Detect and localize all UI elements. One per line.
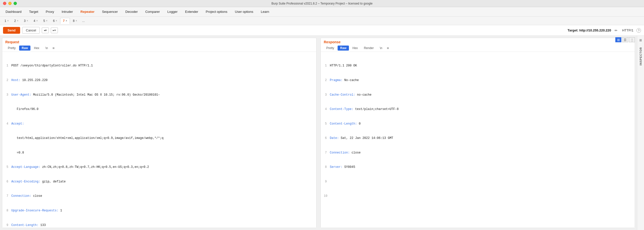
response-line-1: 1 HTTP/1.1 200 OK [324,63,632,68]
main-content: ⊞ ☰ ⋮ Request Pretty Raw Hex \n ≡ 1 POST… [0,36,644,230]
request-tab-pretty[interactable]: Pretty [5,46,18,51]
response-line-10: 10 [324,194,632,199]
close-button[interactable] [3,2,6,5]
send-button[interactable]: Send [3,27,20,34]
response-line-2: 2 Pragma: No-cache [324,78,632,83]
tab-5[interactable]: 5 × [41,18,50,24]
response-tab-pretty[interactable]: Pretty [324,46,337,51]
help-icon[interactable]: ? [636,28,641,33]
request-panel-title: Request [5,40,313,44]
view-split-icon[interactable]: ⊞ [615,37,621,42]
response-tab-menu[interactable]: ≡ [387,46,389,50]
menu-target[interactable]: Target [26,9,42,15]
response-line-7: 7 Connection: close [324,150,632,155]
tabs-row: 1 × 2 × 3 × 4 × 5 × 6 × 7 × 8 × ... [0,17,644,25]
panels-container: Request Pretty Raw Hex \n ≡ 1 POST /seey… [0,36,637,230]
menu-logger[interactable]: Logger [164,9,181,15]
response-tab-render[interactable]: Render [361,46,376,51]
tab-1-close[interactable]: × [7,19,9,22]
tab-8[interactable]: 8 × [70,18,80,24]
menu-project-options[interactable]: Project options [202,9,231,15]
request-line-3: 3 User-Agent: Mozilla/5.0 (Macintosh; In… [5,93,313,97]
request-line-7: 7 Connection: close [5,194,313,199]
request-panel-header: Request Pretty Raw Hex \n ≡ [2,38,316,52]
response-panel: Response Pretty Raw Hex Render \n ≡ 1 HT… [320,38,635,228]
request-line-3b: Firefox/96.0 [5,107,313,112]
response-panel-title: Response [324,40,632,44]
tab-3[interactable]: 3 × [21,18,31,24]
tab-4-close[interactable]: × [36,19,38,22]
tab-2-close[interactable]: × [17,19,18,22]
cancel-button[interactable]: Cancel [22,27,40,34]
nav-forward-button[interactable]: ▸▾ [51,27,58,33]
menu-proxy[interactable]: Proxy [42,9,58,15]
nav-back-button[interactable]: ◂▾ [42,27,49,33]
request-line-6: 6 Accept-Encoding: gzip, deflate [5,179,313,184]
tab-2[interactable]: 2 × [12,18,21,24]
tab-5-close[interactable]: × [46,19,48,22]
menu-bar: Dashboard Target Proxy Intruder Repeater… [0,7,644,17]
inspector-sidebar: ≡ INSPECTOR [637,36,644,230]
view-vertical-icon[interactable]: ⋮ [629,37,635,42]
tab-8-close[interactable]: × [75,19,77,22]
response-line-5: 5 Content-Length: 0 [324,122,632,126]
view-horizontal-icon[interactable]: ☰ [622,37,628,42]
response-code-area: 1 HTTP/1.1 200 OK 2 Pragma: No-cache 3 C… [321,52,635,228]
menu-sequencer[interactable]: Sequencer [98,9,121,15]
request-line-4: 4 Accept: [5,122,313,126]
tab-7[interactable]: 7 × [60,18,70,24]
menu-learn[interactable]: Learn [257,9,273,15]
tab-3-close[interactable]: × [27,19,28,22]
tab-1-label: 1 [5,19,6,23]
menu-comparer[interactable]: Comparer [142,9,163,15]
menu-extender[interactable]: Extender [182,9,202,15]
title-bar: Burp Suite Professional v2021.8.2 – Temp… [0,0,644,7]
response-panel-header: Response Pretty Raw Hex Render \n ≡ [321,38,635,52]
menu-decoder[interactable]: Decoder [122,9,141,15]
tab-6[interactable]: 6 × [51,18,60,24]
request-line-4b: text/html,application/xhtml+xml,applicat… [5,136,313,141]
inspector-label: INSPECTOR [639,47,642,65]
request-tab-raw[interactable]: Raw [19,46,30,51]
menu-intruder[interactable]: Intruder [58,9,76,15]
menu-user-options[interactable]: User options [231,9,257,15]
window-title: Burp Suite Professional v2021.8.2 – Temp… [271,2,373,5]
maximize-button[interactable] [14,2,17,5]
response-line-3: 3 Cache-Control: no-cache [324,93,632,97]
response-tab-newline[interactable]: \n [377,46,385,51]
request-line-1: 1 POST /seeyon/thirdpartyController.do H… [5,63,313,68]
tab-5-label: 5 [43,19,45,23]
tab-6-label: 6 [53,19,55,23]
request-line-8: 8 Upgrade-Insecure-Requests: 1 [5,208,313,213]
request-line-4c: =0.8 [5,150,313,155]
inspector-menu-icon[interactable]: ≡ [639,38,642,43]
tab-1[interactable]: 1 × [2,18,11,24]
menu-repeater[interactable]: Repeater [77,9,98,15]
tab-6-close[interactable]: × [56,19,57,22]
tab-8-label: 8 [73,19,75,23]
tab-2-label: 2 [14,19,16,23]
response-line-9: 9 [324,179,632,184]
response-line-6: 6 Date: Sat, 22 Jan 2022 14:06:13 GMT [324,136,632,141]
response-line-4: 4 Content-Type: text/plain;charset=UTF-8 [324,107,632,112]
tab-4[interactable]: 4 × [31,18,41,24]
response-tab-raw[interactable]: Raw [338,46,349,51]
response-line-8: 8 Server: SY8045 [324,165,632,170]
tab-3-label: 3 [24,19,26,23]
request-line-2: 2 Host: 10.255.220.220 [5,78,313,83]
request-tab-newline[interactable]: \n [43,46,50,51]
request-line-9: 9 Content-Length: 133 [5,223,313,228]
request-panel-tabs: Pretty Raw Hex \n ≡ [5,46,313,51]
edit-target-icon[interactable]: ✏ [615,28,618,32]
tab-4-label: 4 [34,19,35,23]
request-tab-menu[interactable]: ≡ [52,46,54,50]
response-tab-hex[interactable]: Hex [350,46,360,51]
window-controls[interactable] [3,2,17,5]
request-code-area: 1 POST /seeyon/thirdpartyController.do H… [2,52,316,228]
tabs-more[interactable]: ... [80,18,87,24]
minimize-button[interactable] [8,2,12,5]
menu-dashboard[interactable]: Dashboard [2,9,25,15]
response-panel-tabs: Pretty Raw Hex Render \n ≡ [324,46,632,51]
request-tab-hex[interactable]: Hex [31,46,42,51]
tab-7-close[interactable]: × [66,19,67,22]
